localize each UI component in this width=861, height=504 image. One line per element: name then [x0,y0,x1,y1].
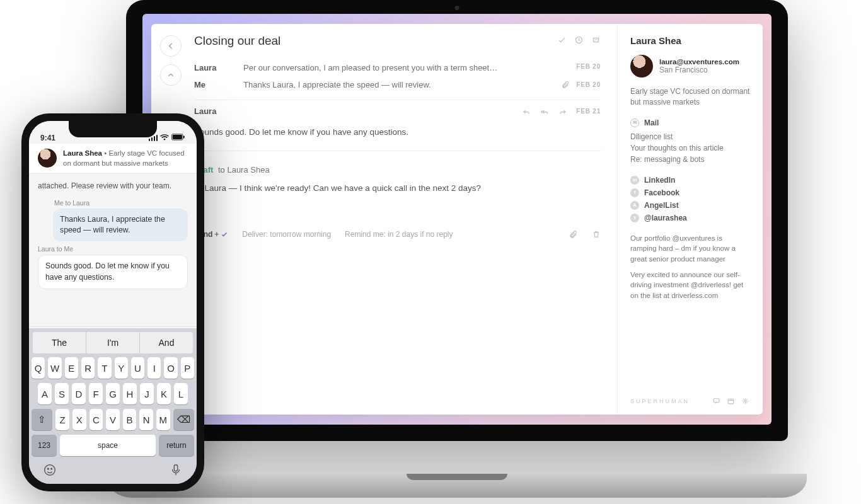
bubble-label: Me to Laura [54,199,188,207]
message-row[interactable]: Laura Per our conversation, I am pleased… [194,59,601,76]
clock-icon[interactable] [574,35,584,45]
svg-point-8 [47,468,49,469]
suggestion[interactable]: And [139,332,193,353]
message-sender: Me [194,80,232,89]
svg-point-3 [744,400,746,402]
key-u[interactable]: U [131,357,144,379]
reply-all-icon[interactable] [540,106,549,116]
brand-name: SUPERHUMAN [630,398,690,404]
svg-rect-10 [174,465,178,471]
conversation-body[interactable]: attached. Please review with your team. … [29,174,197,326]
draft-body[interactable]: Hi Laura — I think we're ready! Can we h… [194,183,601,193]
shift-key[interactable]: ⇧ [32,409,52,430]
key-f[interactable]: F [89,383,103,404]
avatar [630,55,653,77]
conversation-header[interactable]: Laura Shea • Early stage VC focused on d… [29,144,197,174]
social-angellist[interactable]: AAngelList [630,199,750,212]
deliver-hint[interactable]: Deliver: tomorrow morning [242,230,331,239]
space-key[interactable]: space [60,435,156,456]
reply-icon[interactable] [521,106,531,116]
back-button[interactable] [160,35,182,57]
mic-key[interactable] [169,463,183,479]
key-i[interactable]: I [147,357,161,379]
message-date: FEB 21 [576,108,601,115]
avatar [38,149,57,168]
key-x[interactable]: X [72,409,86,430]
thread-pane: Closing our deal Laura Per our conversat… [192,24,618,415]
backspace-key[interactable]: ⌫ [173,409,194,430]
message-date: FEB 20 [576,81,601,88]
brand-bar: SUPERHUMAN [630,396,750,406]
calendar-icon[interactable] [726,396,736,406]
key-a[interactable]: A [38,383,52,404]
key-c[interactable]: C [90,409,103,430]
key-y[interactable]: Y [115,357,128,379]
chat-icon[interactable] [712,396,721,406]
contact-location: San Francisco [659,66,739,74]
key-v[interactable]: V [106,409,120,430]
suggestion[interactable]: I'm [86,332,139,353]
message-preview: Thanks Laura, I appreciate the speed — w… [243,80,549,89]
social-twitter[interactable]: t@laurashea [630,212,750,224]
key-r[interactable]: R [81,357,95,379]
mail-item[interactable]: Your thoughts on this article [630,142,750,154]
key-t[interactable]: T [98,357,111,379]
status-time: 9:41 [40,134,55,142]
archive-icon[interactable] [591,35,601,45]
laptop-mockup: Closing our deal Laura Per our conversat… [107,0,807,479]
social-linkedin[interactable]: inLinkedIn [630,174,750,186]
contact-bio: Early stage VC focused on dormant but ma… [630,86,750,108]
draft-to: to Laura Shea [218,165,270,175]
keyboard: The I'm And QWERTYUIOP ASDFGHJKL ⇧ ZXCVB… [29,328,197,484]
mail-item[interactable]: Diligence list [630,131,750,142]
bubble-them: Sounds good. Do let me know if you have … [38,255,188,289]
key-e[interactable]: E [65,357,78,379]
message-row[interactable]: Me Thanks Laura, I appreciate the speed … [194,76,601,93]
thread-actions [557,35,601,45]
trash-icon[interactable] [591,229,601,239]
key-z[interactable]: Z [55,409,69,430]
mail-item[interactable]: Re: messaging & bots [630,154,750,165]
message-preview: Per our conversation, I am pleased to pr… [243,63,565,72]
key-q[interactable]: Q [32,357,45,379]
numbers-key[interactable]: 123 [32,435,57,456]
svg-rect-1 [714,399,719,403]
up-button[interactable] [160,64,182,86]
key-m[interactable]: M [156,409,170,430]
message-fragment: attached. Please review with your team. [38,179,188,195]
key-p[interactable]: P [181,357,194,379]
tweet: Our portfolio @uxventures is ramping har… [630,233,750,265]
suggestion[interactable]: The [33,332,86,353]
attachment-icon[interactable] [568,229,577,239]
draft-toolbar: Send + Deliver: tomorrow morning Remind … [194,223,601,250]
key-h[interactable]: H [123,383,137,404]
check-icon[interactable] [557,35,567,45]
gear-icon[interactable] [741,396,750,406]
social-facebook[interactable]: fFacebook [630,186,750,199]
message-date: FEB 20 [576,63,601,70]
mail-label: Mail [644,118,659,127]
contact-email[interactable]: laura@uxventures.com [659,58,739,66]
message-expanded: Laura FEB 21 Sounds good. Do let me know… [194,100,601,151]
return-key[interactable]: return [159,435,194,456]
key-s[interactable]: S [55,383,69,404]
key-o[interactable]: O [164,357,177,379]
forward-icon[interactable] [558,106,567,116]
key-k[interactable]: K [157,383,171,404]
key-j[interactable]: J [140,383,154,404]
key-n[interactable]: N [139,409,153,430]
svg-rect-5 [173,135,182,139]
key-row: ⇧ ZXCVBNM ⌫ [32,409,194,430]
key-g[interactable]: G [106,383,120,404]
remind-hint[interactable]: Remind me: in 2 days if no reply [345,230,453,239]
emoji-key[interactable] [43,463,57,479]
twitter-icon: t [630,214,639,222]
facebook-icon: f [630,188,639,197]
key-b[interactable]: B [123,409,137,430]
key-row: ASDFGHJKL [32,383,194,404]
mail-icon: ✉ [630,118,639,127]
key-d[interactable]: D [72,383,86,404]
key-l[interactable]: L [174,383,188,404]
key-w[interactable]: W [48,357,61,379]
suggestion-bar: The I'm And [33,332,193,353]
